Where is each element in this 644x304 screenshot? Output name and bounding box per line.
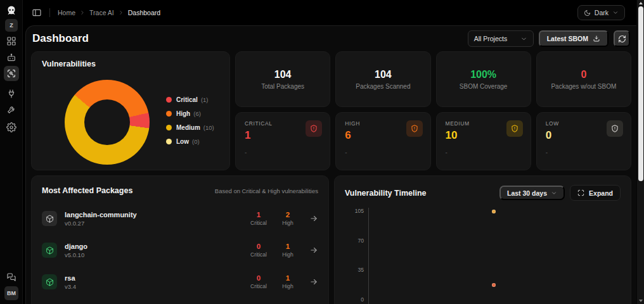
scrollbar-thumb[interactable]	[638, 6, 643, 181]
sidebar-item-dashboard[interactable]	[6, 36, 16, 46]
latest-sbom-button[interactable]: Latest SBOM	[539, 30, 609, 47]
divider	[49, 8, 50, 17]
stat-card-total-packages: 104 Total Packages	[235, 51, 330, 107]
critical-count: 0	[247, 274, 270, 282]
sidebar-item-assistant[interactable]	[6, 53, 16, 63]
package-icon	[42, 211, 57, 226]
moon-icon	[584, 10, 591, 16]
stat-card-packages-without-sbom: 0 Packages w/out SBOM	[536, 51, 631, 107]
critical-count-label: Critical	[247, 251, 270, 258]
package-list: langchain-community v0.0.27 1Critical 2H…	[42, 203, 318, 304]
arrow-right-icon[interactable]	[309, 246, 318, 255]
severity-card-low: LOW 0 -	[536, 112, 631, 170]
sidebar-item-settings[interactable]	[6, 122, 16, 132]
legend-item-low[interactable]: Low (0)	[166, 138, 214, 145]
package-name: langchain-community	[65, 211, 137, 218]
high-count: 2	[276, 211, 299, 218]
wrench-icon	[6, 104, 16, 115]
y-axis-line	[368, 208, 369, 304]
legend-item-critical[interactable]: Critical (1)	[166, 96, 214, 103]
scroll-up-arrow[interactable]	[639, 2, 643, 4]
sidebar-toggle-button[interactable]	[32, 8, 42, 18]
sidebar-item-scans-active[interactable]	[4, 66, 19, 81]
legend-swatch	[166, 97, 172, 103]
most-affected-subtitle: Based on Critical & High vulnerabilities	[215, 187, 318, 194]
breadcrumb-home[interactable]: Home	[58, 9, 75, 16]
severity-card-critical: CRITICAL 1 -	[235, 112, 330, 170]
package-version: v0.0.27	[65, 220, 137, 227]
plug-icon	[6, 89, 16, 99]
legend-item-high[interactable]: High (6)	[166, 110, 214, 117]
scroll-down-arrow[interactable]	[639, 300, 643, 302]
main-content: Dashboard All Projects Latest SBOM Vulne…	[25, 25, 636, 304]
donut-legend: Critical (1) High (6) Medium (10) Low (0…	[166, 96, 214, 145]
page-title: Dashboard	[32, 32, 89, 45]
page-header: Dashboard All Projects Latest SBOM	[31, 28, 631, 49]
legend-swatch	[166, 111, 172, 117]
user-avatar[interactable]: BM	[4, 286, 18, 300]
critical-count: 1	[247, 211, 270, 218]
theme-selector-button[interactable]: Dark	[577, 5, 625, 20]
legend-count: (1)	[201, 96, 209, 103]
vulnerabilities-card: Vulnerabilities Critical (1) High (6) Me…	[31, 51, 230, 170]
vulnerabilities-title: Vulnerabilities	[42, 60, 96, 68]
legend-item-medium[interactable]: Medium (10)	[166, 124, 214, 131]
legend-label: High	[176, 110, 190, 117]
package-icon	[42, 243, 57, 258]
shield-alert-icon	[406, 120, 423, 137]
severity-note: -	[345, 149, 421, 156]
arrow-right-icon[interactable]	[309, 277, 318, 286]
vulnerability-donut[interactable]	[65, 80, 150, 165]
donut-hole	[84, 99, 130, 145]
vulnerability-timeline-card: Vulnerability Timeline Last 30 days Expa…	[334, 175, 631, 304]
high-count-label: High	[276, 251, 299, 258]
sidebar-item-tools[interactable]	[6, 104, 16, 115]
workspace-initial: Z	[10, 22, 13, 28]
stat-card-packages-scanned: 104 Packages Scanned	[335, 51, 430, 107]
project-filter-select[interactable]: All Projects	[468, 30, 534, 47]
package-row-django[interactable]: django v5.0.10 0Critical 1High	[42, 234, 318, 266]
legend-swatch	[166, 125, 172, 130]
package-name: rsa	[65, 274, 76, 282]
legend-count: (6)	[193, 110, 201, 117]
chevron-down-icon	[612, 10, 619, 16]
sidebar-item-integrations[interactable]	[6, 89, 16, 99]
settings-gear-icon	[6, 122, 16, 132]
workspace-switcher[interactable]: Z	[5, 19, 18, 32]
sidebar-item-feedback[interactable]	[6, 272, 16, 282]
stat-label: SBOM Coverage	[460, 83, 508, 90]
most-affected-packages-card: Most Affected Packages Based on Critical…	[31, 175, 329, 304]
refresh-button[interactable]	[614, 30, 630, 47]
stat-value: 0	[581, 69, 586, 80]
package-row-langchain-community[interactable]: langchain-community v0.0.27 1Critical 2H…	[42, 203, 318, 234]
app-logo-icon[interactable]	[4, 4, 18, 18]
package-version: v5.0.10	[65, 251, 87, 258]
breadcrumb-trace-ai[interactable]: Trace AI	[89, 9, 114, 16]
legend-count: (0)	[192, 138, 200, 145]
package-version: v3.4	[65, 283, 76, 290]
severity-card-high: HIGH 6 -	[335, 112, 430, 170]
high-count: 1	[276, 243, 299, 250]
high-count-label: High	[276, 283, 299, 289]
vertical-scrollbar[interactable]	[636, 0, 644, 304]
critical-count-label: Critical	[247, 220, 270, 226]
timeline-data-point[interactable]	[492, 210, 496, 213]
critical-count-label: Critical	[247, 283, 270, 289]
severity-note: -	[546, 149, 622, 156]
arrow-right-icon[interactable]	[309, 214, 318, 223]
severity-card-medium: MEDIUM 10 -	[436, 112, 531, 170]
package-row-flask[interactable]: flask 0Critical 1High	[42, 298, 318, 304]
y-axis-tick: 35	[340, 267, 364, 273]
shield-alert-icon	[306, 120, 322, 137]
timeline-data-point[interactable]	[492, 283, 496, 287]
legend-label: Critical	[176, 96, 198, 103]
package-row-rsa[interactable]: rsa v3.4 0Critical 1High	[42, 266, 318, 298]
legend-count: (10)	[203, 124, 214, 131]
y-axis-tick: 70	[340, 238, 364, 244]
stat-card-sbom-coverage: 100% SBOM Coverage	[436, 51, 531, 107]
severity-note: -	[446, 149, 522, 156]
topbar: Home Trace AI Dashboard Dark	[23, 0, 636, 25]
panel-left-icon	[32, 8, 42, 18]
bot-icon	[6, 53, 16, 63]
timeline-plot: 03570105	[335, 176, 631, 304]
